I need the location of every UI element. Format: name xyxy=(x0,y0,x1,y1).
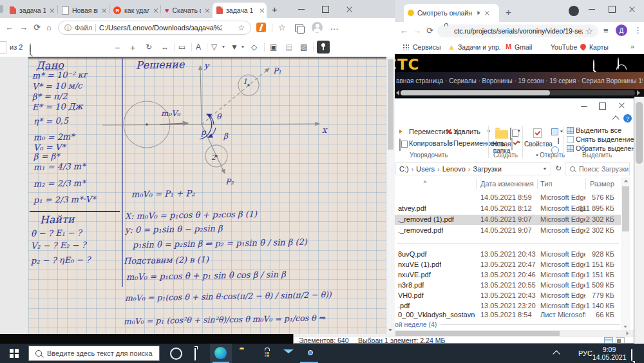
file-row[interactable]: n3r8.pdf13.05.2021 20:55Microsoft Edge P… xyxy=(395,280,621,291)
hscroll-right-arrow[interactable] xyxy=(637,90,640,95)
edge-tab-4[interactable]: ♥ Скачать файл xyxy=(161,3,212,18)
edge-tab-active[interactable]: задача 1 ._rem xyxy=(213,3,267,18)
new-item-caret[interactable] xyxy=(518,130,520,132)
tab-close-icon[interactable] xyxy=(102,8,105,13)
edge-address-bar[interactable]: ⓘ Файл C:/Users/Lenovo/Downloads/задача%… xyxy=(58,21,251,35)
chrome-minimize-button[interactable] xyxy=(589,5,595,10)
chrome-refresh-icon[interactable]: ⟳ xyxy=(426,26,433,35)
erase-icon[interactable]: ◇ xyxy=(251,43,257,51)
group-header[interactable]: ой неделе (4) xyxy=(395,320,620,328)
select-all-button[interactable]: Выделить все xyxy=(576,126,621,134)
file-row[interactable]: nxuVE (1).pdf13.05.2021 20:47Microsoft E… xyxy=(395,260,621,270)
maps-pin-icon[interactable] xyxy=(579,43,587,51)
language-indicator[interactable]: РУС xyxy=(578,349,592,357)
file-row[interactable]: ._removed.pdf14.05.2021 9:07Microsoft Ed… xyxy=(395,226,621,236)
edge-back-icon[interactable]: ← xyxy=(5,23,14,32)
bookmark-tasks[interactable]: Задачи и упр. по м... xyxy=(458,43,503,51)
pin-toolbar-button[interactable] xyxy=(317,41,330,54)
chrome-back-icon[interactable]: ← xyxy=(400,26,408,35)
save-icon[interactable]: ▤ xyxy=(285,43,292,51)
chrome-omnibox[interactable]: ctc.ru/projects/serials/voroniny/video/1… xyxy=(437,25,598,37)
fit-to-width-icon[interactable]: ↔ xyxy=(161,43,169,51)
cortana-icon[interactable] xyxy=(170,348,182,360)
tab-close-icon[interactable] xyxy=(153,8,156,13)
chrome-menu-icon[interactable]: ⋮ xyxy=(634,26,642,34)
edge-menu-icon[interactable]: … xyxy=(330,22,339,31)
read-aloud-icon[interactable]: A xyxy=(196,43,201,51)
highlight-icon[interactable]: ▼ xyxy=(231,43,238,51)
column-size[interactable]: Размер xyxy=(590,180,614,188)
help-icon[interactable]: ? xyxy=(623,114,632,123)
chrome-tab[interactable]: Смотреть онлайн сериал В xyxy=(404,4,499,22)
edge-tab-1[interactable]: задача 1 ..pdf xyxy=(6,3,57,18)
file-row[interactable]: nxuVE.pdf13.05.2021 20:46Microsoft Edge … xyxy=(395,270,621,280)
address-dropdown-caret[interactable] xyxy=(544,168,547,170)
print-icon[interactable]: ▣ xyxy=(270,43,277,51)
file-row[interactable]: 14.05.2021 8:59Microsoft Edge PD...576 К… xyxy=(395,193,621,203)
pdf-scroll-down-arrow[interactable] xyxy=(388,329,392,331)
tab-close-icon[interactable] xyxy=(204,8,207,13)
ribbon-collapse-icon[interactable] xyxy=(612,115,619,123)
chrome-avatar[interactable]: Д xyxy=(616,25,627,36)
edge-new-tab-button[interactable]: + xyxy=(272,5,278,14)
pdf-scroll-thumb[interactable] xyxy=(388,59,393,150)
edge-tab-3[interactable]: Я как удалить и xyxy=(109,3,160,18)
start-button[interactable] xyxy=(10,349,14,353)
bookmark-gmail[interactable]: Gmail xyxy=(515,43,532,51)
hscroll-thumb[interactable] xyxy=(395,331,560,336)
vscroll-up-arrow[interactable] xyxy=(624,180,628,182)
copy-to-button[interactable]: Копировать в xyxy=(409,139,453,147)
chrome-maximize-button[interactable] xyxy=(609,6,616,13)
file-row[interactable]: 8uvQ.pdf13.05.2021 20:43Microsoft Edge P… xyxy=(395,250,621,260)
address-bar[interactable]: C:) › Users › Lenovo › Загрузки xyxy=(395,162,551,175)
collections-icon[interactable] xyxy=(295,24,303,32)
explorer-maximize-button[interactable] xyxy=(599,103,606,110)
new-tab-button[interactable]: + xyxy=(506,7,511,17)
column-type[interactable]: Тип xyxy=(540,180,552,188)
edge-refresh-icon[interactable]: ⟳ xyxy=(33,23,41,32)
bookmarks-overflow[interactable]: » xyxy=(630,43,634,50)
file-row[interactable]: VH0.pdf13.05.2021 20:43Microsoft Edge PD… xyxy=(395,291,621,301)
explorer-search-box[interactable]: Поиск: Загрузки xyxy=(565,162,630,175)
open-icon[interactable] xyxy=(551,128,558,135)
rotate-icon[interactable]: ↻ xyxy=(146,43,152,51)
shortcut-icon[interactable] xyxy=(511,138,513,150)
bookmark-star-icon[interactable]: ☆ xyxy=(585,27,593,35)
chrome-url[interactable]: ctc.ru/projects/serials/voroniny/video/1… xyxy=(454,27,583,35)
tab-audio-icon[interactable] xyxy=(478,11,480,15)
pdf-scrollbar[interactable] xyxy=(386,57,395,334)
vscroll-thumb[interactable] xyxy=(636,102,643,164)
sort-indicator[interactable] xyxy=(423,181,427,183)
hscroll-thumb[interactable] xyxy=(401,90,550,95)
ctc-hscrollbar[interactable] xyxy=(395,89,644,97)
path-downloads[interactable]: Загрузки xyxy=(473,165,502,173)
tab-overflow-stub[interactable] xyxy=(0,5,3,13)
vscroll-thumb[interactable] xyxy=(622,186,629,231)
delete-button[interactable]: Удалить xyxy=(453,128,480,135)
page-view-icon[interactable]: ▭ xyxy=(178,43,185,51)
taskbar-search-box[interactable]: Введите здесь текст для поиска xyxy=(28,346,160,361)
favorites-hub-icon[interactable]: ☆ xyxy=(278,23,286,32)
edge-forward-icon[interactable]: → xyxy=(19,23,28,32)
path-users[interactable]: Users xyxy=(416,165,435,173)
page-number-box[interactable] xyxy=(0,41,6,54)
ctc-logo[interactable]: СТС xyxy=(395,56,419,73)
tab-close-icon[interactable] xyxy=(484,10,489,15)
explorer-minimize-button[interactable] xyxy=(581,103,587,107)
edge-minimize-button[interactable] xyxy=(298,5,305,10)
shortcut-caret[interactable] xyxy=(518,142,520,144)
draw-caret[interactable] xyxy=(222,46,225,48)
notification-center-icon[interactable] xyxy=(631,349,632,361)
favorite-star-icon[interactable]: ☆ xyxy=(238,23,245,32)
path-drive[interactable]: C:) xyxy=(399,165,409,173)
path-lenovo[interactable]: Lenovo xyxy=(442,165,466,173)
media-controls-icon[interactable] xyxy=(569,6,579,16)
ctc-search-icon[interactable] xyxy=(593,59,594,72)
file-row-selected[interactable]: ._removed (1).pdf14.05.2021 9:07Microsof… xyxy=(395,215,621,225)
edge-avatar[interactable] xyxy=(312,22,323,33)
reading-list-icon[interactable]: ≡ xyxy=(603,26,609,35)
explorer-refresh-icon[interactable]: ↻ xyxy=(555,164,562,172)
hscroll-left-arrow[interactable] xyxy=(396,90,399,95)
bookmark-services[interactable]: Сервисы xyxy=(413,43,441,51)
vscroll-down-arrow[interactable] xyxy=(623,326,627,328)
